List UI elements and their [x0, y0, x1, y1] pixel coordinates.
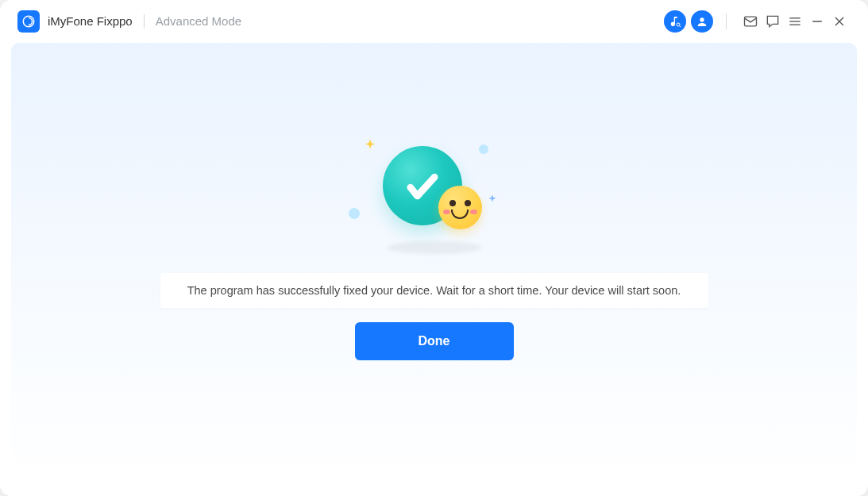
minimize-button[interactable] — [806, 10, 828, 33]
status-message: The program has successfully fixed your … — [160, 273, 708, 308]
svg-rect-4 — [745, 17, 757, 26]
decorative-dot — [349, 208, 360, 219]
sparkle-icon — [487, 194, 498, 208]
done-button[interactable]: Done — [355, 322, 514, 360]
music-search-icon[interactable] — [664, 10, 686, 33]
illustration-shadow — [387, 241, 482, 254]
svg-line-2 — [679, 25, 681, 27]
success-illustration — [363, 138, 506, 249]
main-panel: The program has successfully fixed your … — [11, 43, 857, 485]
title-bar: iMyFone Fixppo Advanced Mode — [0, 0, 868, 43]
close-button[interactable] — [828, 10, 851, 33]
feedback-icon[interactable] — [762, 10, 784, 33]
menu-icon[interactable] — [784, 10, 806, 33]
app-logo-icon — [17, 10, 40, 33]
title-bar-actions — [659, 10, 851, 33]
svg-point-3 — [700, 17, 704, 21]
sparkle-icon — [363, 138, 377, 156]
mode-label: Advanced Mode — [156, 14, 241, 28]
decorative-dot — [479, 144, 488, 154]
title-divider — [144, 14, 145, 29]
smiley-icon — [438, 186, 482, 229]
app-window: iMyFone Fixppo Advanced Mode — [0, 0, 868, 496]
mail-icon[interactable] — [739, 10, 762, 33]
toolbar-divider — [726, 13, 727, 29]
account-icon[interactable] — [691, 10, 713, 33]
app-name: iMyFone Fixppo — [48, 14, 133, 28]
